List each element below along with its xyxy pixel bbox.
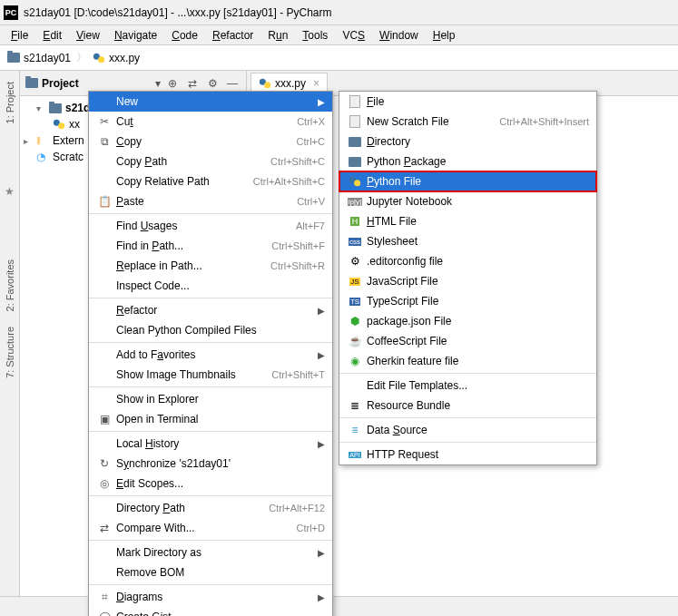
ctx-show-in-explorer[interactable]: Show in Explorer <box>89 389 332 409</box>
dropdown-arrow-icon[interactable]: ▾ <box>155 77 161 90</box>
ctx-mark-directory-as[interactable]: Mark Directory as▶ <box>89 543 332 562</box>
chevron-right-icon: ▶ <box>318 548 325 558</box>
shortcut-text: Alt+F7 <box>296 220 325 231</box>
ctx-label: Open in Terminal <box>113 413 325 425</box>
gear-icon[interactable]: ⚙ <box>204 75 221 92</box>
terminal-icon: ▣ <box>96 413 113 425</box>
rail-structure[interactable]: 7: Structure <box>5 319 15 386</box>
new-package-json-file[interactable]: ⬢package.json File <box>339 311 596 331</box>
new-new-scratch-file[interactable]: New Scratch FileCtrl+Alt+Shift+Insert <box>339 112 596 132</box>
ctx-label: Copy Relative Path <box>113 175 253 188</box>
ctx-replace-in-path-[interactable]: Replace in Path...Ctrl+Shift+R <box>89 256 332 276</box>
ctx-paste[interactable]: 📋PasteCtrl+V <box>89 191 332 211</box>
scope-icon: ◎ <box>96 477 113 490</box>
ctx-label: Replace in Path... <box>113 259 270 272</box>
cut-icon: ✂ <box>96 115 113 128</box>
ctx-clean-python-compiled-files[interactable]: Clean Python Compiled Files <box>89 320 332 340</box>
sub-label: CoffeeScript File <box>363 335 589 347</box>
menu-tools[interactable]: Tools <box>295 27 335 44</box>
ctx-synchronize-s21day01-[interactable]: ↻Synchronize 's21day01' <box>89 454 332 474</box>
new-jupyter-notebook[interactable]: ip[y]Jupyter Notebook <box>339 191 596 211</box>
chevron-right-icon: ▶ <box>318 592 325 602</box>
new-resource-bundle[interactable]: ≣Resource Bundle <box>339 396 596 416</box>
menu-view[interactable]: View <box>69 27 107 44</box>
new-edit-file-templates-[interactable]: Edit File Templates... <box>339 376 596 396</box>
new-typescript-file[interactable]: TSTypeScript File <box>339 291 596 311</box>
expand-arrow-icon[interactable]: ▾ <box>36 103 45 113</box>
rail-project[interactable]: 1: Project <box>5 74 15 131</box>
python-file-icon <box>53 118 65 131</box>
ctx-diagrams[interactable]: ⌗Diagrams▶ <box>89 587 332 607</box>
minimize-icon[interactable]: — <box>224 75 241 92</box>
menu-run[interactable]: Run <box>260 27 295 44</box>
sub-label: JavaScript File <box>363 275 589 288</box>
ctx-new[interactable]: New▶ <box>89 92 332 112</box>
new-http-request[interactable]: APIHTTP Request <box>339 445 596 464</box>
ctx-find-in-path-[interactable]: Find in Path...Ctrl+Shift+F <box>89 236 332 256</box>
ctx-edit-scopes-[interactable]: ◎Edit Scopes... <box>89 474 332 494</box>
api-icon: API <box>347 452 363 458</box>
ctx-compare-with-[interactable]: ⇄Compare With...Ctrl+D <box>89 518 332 538</box>
editor-tab-label: xxx.py <box>275 77 306 90</box>
new-coffeescript-file[interactable]: ☕CoffeeScript File <box>339 331 596 351</box>
folder-icon <box>7 53 20 63</box>
collapse-icon[interactable]: ⇄ <box>184 75 201 92</box>
menu-edit[interactable]: Edit <box>35 27 69 44</box>
library-icon <box>36 134 49 147</box>
new-data-source[interactable]: ≡Data Source <box>339 420 596 440</box>
rail-star-icon[interactable]: ★ <box>5 185 15 198</box>
sub-label: Edit File Templates... <box>363 379 589 392</box>
ctx-label: Refactor <box>113 304 312 317</box>
ctx-open-in-terminal[interactable]: ▣Open in Terminal <box>89 409 332 429</box>
new-stylesheet[interactable]: cssStylesheet <box>339 231 596 251</box>
sub-label: Directory <box>363 135 589 148</box>
new-directory[interactable]: Directory <box>339 132 596 152</box>
expand-arrow-icon[interactable]: ▸ <box>24 136 33 146</box>
ctx-create-gist-[interactable]: ◯Create Gist... <box>89 607 332 616</box>
new--editorconfig-file[interactable]: ⚙.editorconfig file <box>339 251 596 271</box>
ctx-copy-relative-path[interactable]: Copy Relative PathCtrl+Alt+Shift+C <box>89 171 332 191</box>
chevron-right-icon: ▶ <box>318 439 325 449</box>
ctx-show-image-thumbnails[interactable]: Show Image ThumbnailsCtrl+Shift+T <box>89 365 332 385</box>
dir-icon <box>347 157 363 167</box>
ctx-remove-bom[interactable]: Remove BOM <box>89 562 332 582</box>
target-icon[interactable]: ⊕ <box>164 75 181 92</box>
sub-label: Python File <box>363 175 589 188</box>
ctx-refactor[interactable]: Refactor▶ <box>89 300 332 320</box>
file-icon <box>347 95 363 108</box>
chevron-right-icon: ▶ <box>318 350 325 360</box>
new-javascript-file[interactable]: JSJavaScript File <box>339 271 596 291</box>
menu-vcs[interactable]: VCS <box>335 27 372 44</box>
new-python-file[interactable]: Python File <box>339 171 596 191</box>
breadcrumb-file[interactable]: xxx.py <box>109 52 140 64</box>
menu-help[interactable]: Help <box>426 27 463 44</box>
ctx-inspect-code-[interactable]: Inspect Code... <box>89 276 332 296</box>
new-python-package[interactable]: Python Package <box>339 152 596 171</box>
ctx-copy[interactable]: ⧉CopyCtrl+C <box>89 132 332 152</box>
menu-navigate[interactable]: Navigate <box>107 27 164 44</box>
jupyter-icon: ip[y] <box>347 198 363 206</box>
breadcrumb-project[interactable]: s21day01 <box>24 52 71 64</box>
folder-icon <box>49 103 62 113</box>
close-icon[interactable]: × <box>313 77 319 90</box>
ctx-add-to-favorites[interactable]: Add to Favorites▶ <box>89 345 332 365</box>
svg-point-3 <box>58 122 64 129</box>
menu-refactor[interactable]: Refactor <box>205 27 260 44</box>
new-html-file[interactable]: HHTML File <box>339 211 596 231</box>
shortcut-text: Ctrl+C <box>297 136 325 147</box>
ctx-local-history[interactable]: Local History▶ <box>89 434 332 454</box>
ctx-directory-path[interactable]: Directory PathCtrl+Alt+F12 <box>89 498 332 518</box>
title-bar: PC s21day01 [D:\code\s21day01] - ...\xxx… <box>0 0 678 25</box>
ctx-find-usages[interactable]: Find UsagesAlt+F7 <box>89 216 332 236</box>
menu-file[interactable]: File <box>4 27 35 44</box>
file-icon <box>347 115 363 128</box>
ctx-copy-path[interactable]: Copy PathCtrl+Shift+C <box>89 152 332 171</box>
new-gherkin-feature-file[interactable]: ◉Gherkin feature file <box>339 351 596 371</box>
menu-window[interactable]: Window <box>372 27 426 44</box>
rail-favorites[interactable]: 2: Favorites <box>5 252 15 318</box>
ctx-cut[interactable]: ✂CutCtrl+X <box>89 112 332 132</box>
sub-label: Jupyter Notebook <box>363 195 589 208</box>
new-file[interactable]: File <box>339 92 596 112</box>
sub-label: HTML File <box>363 215 589 228</box>
menu-code[interactable]: Code <box>164 27 205 44</box>
